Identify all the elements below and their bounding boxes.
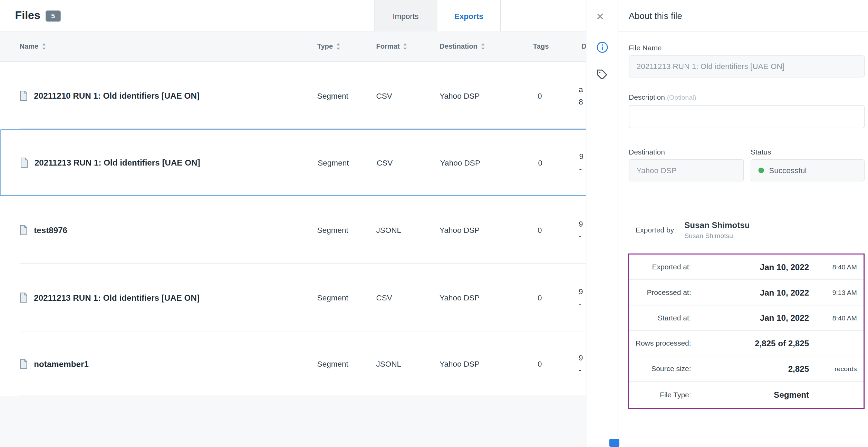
- description-label: Description (Optional): [629, 93, 696, 101]
- app-window: Files 5 Imports Exports Name Type Format…: [0, 0, 868, 447]
- file-format: CSV: [376, 293, 392, 302]
- file-icon: [19, 225, 28, 235]
- detail-extra: 8:40 AM: [811, 314, 857, 322]
- page-title: Files: [15, 9, 40, 22]
- exported-by-block: Exported by: Susan Shimotsu Susan Shimot…: [629, 220, 865, 239]
- status-value: Successful: [769, 166, 807, 175]
- file-tags-count: 0: [532, 293, 548, 302]
- status-field: Successful: [751, 159, 865, 181]
- file-name-cell: 20211213 RUN 1: Old identifiers [UAE ON]: [19, 292, 199, 303]
- exported-by-label: Exported by:: [629, 226, 684, 234]
- exported-by-name: Susan Shimotsu: [684, 220, 750, 229]
- sort-icon[interactable]: [336, 43, 341, 50]
- file-name: 20211213 RUN 1: Old identifiers [UAE ON]: [35, 158, 200, 167]
- column-header-tags: Tags: [533, 43, 549, 50]
- description-input[interactable]: [629, 105, 865, 128]
- file-name-cell: test8976: [19, 225, 67, 235]
- file-type: Segment: [317, 293, 348, 302]
- file-name: 20211213 RUN 1: Old identifiers [UAE ON]: [34, 293, 200, 302]
- file-name: notamember1: [34, 359, 89, 368]
- column-header-type[interactable]: Type: [317, 43, 341, 50]
- file-destination: Yahoo DSP: [440, 359, 480, 368]
- file-icon: [19, 292, 28, 303]
- detail-value: Segment: [691, 390, 811, 399]
- file-tags-count: 0: [532, 359, 548, 368]
- date-fragment: 9-: [579, 285, 587, 310]
- detail-row: Rows processed: 2,825 of 2,825: [629, 331, 864, 357]
- detail-label: Processed at:: [635, 288, 691, 297]
- status-dot-icon: [759, 168, 764, 173]
- file-destination: Yahoo DSP: [440, 226, 480, 235]
- column-header-format[interactable]: Format: [376, 43, 407, 50]
- detail-value: 2,825: [691, 364, 811, 374]
- sort-icon[interactable]: [403, 43, 407, 50]
- detail-label: File Type:: [635, 390, 691, 399]
- panel-rail: ✕: [587, 0, 618, 447]
- detail-row: File Type: Segment: [629, 382, 864, 407]
- details-highlight-box: Exported at: Jan 10, 2022 8:40 AM Proces…: [628, 254, 865, 409]
- file-destination: Yahoo DSP: [440, 158, 480, 167]
- file-format: JSONL: [376, 359, 401, 368]
- file-tags-count: 0: [532, 91, 548, 100]
- tab-exports[interactable]: Exports: [437, 0, 501, 31]
- detail-extra: 9:13 AM: [811, 289, 857, 296]
- detail-row: Exported at: Jan 10, 2022 8:40 AM: [629, 255, 864, 280]
- file-tags-count: 0: [532, 226, 548, 235]
- file-name-label: File Name: [629, 44, 662, 52]
- date-fragment: 9-: [579, 218, 587, 242]
- detail-value: Jan 10, 2022: [691, 262, 811, 271]
- destination-input[interactable]: [629, 159, 744, 181]
- tab-imports[interactable]: Imports: [374, 0, 437, 31]
- file-type: Segment: [317, 226, 348, 235]
- date-fragment: 9-: [579, 351, 587, 376]
- file-name: 20211210 RUN 1: Old identifiers [UAE ON]: [34, 91, 200, 100]
- file-name-input[interactable]: [629, 55, 865, 77]
- file-icon: [20, 157, 28, 168]
- detail-extra: 8:40 AM: [811, 263, 857, 271]
- detail-row: Source size: 2,825 records: [629, 357, 864, 382]
- exported-by-subtext: Susan Shimotsu: [684, 232, 750, 239]
- column-header-name[interactable]: Name: [19, 43, 46, 50]
- detail-label: Started at:: [635, 314, 691, 322]
- file-icon: [19, 358, 28, 369]
- detail-value: 2,825 of 2,825: [691, 339, 811, 348]
- file-format: CSV: [377, 158, 393, 167]
- detail-value: Jan 10, 2022: [691, 313, 811, 322]
- scroll-indicator[interactable]: [609, 439, 619, 447]
- destination-label: Destination: [629, 148, 665, 156]
- sort-icon[interactable]: [481, 43, 485, 50]
- file-name-cell: notamember1: [19, 358, 88, 369]
- detail-value: Jan 10, 2022: [691, 288, 811, 297]
- tag-icon[interactable]: [597, 69, 608, 82]
- sort-icon[interactable]: [42, 43, 46, 50]
- files-count-badge: 5: [46, 10, 60, 21]
- detail-label: Rows processed:: [635, 339, 691, 348]
- file-type: Segment: [317, 91, 348, 100]
- file-destination: Yahoo DSP: [440, 91, 480, 100]
- file-destination: Yahoo DSP: [440, 293, 480, 302]
- column-header-destination[interactable]: Destination: [440, 43, 485, 50]
- close-icon[interactable]: ✕: [596, 10, 604, 22]
- file-name-cell: 20211213 RUN 1: Old identifiers [UAE ON]: [20, 157, 200, 168]
- file-type: Segment: [318, 158, 349, 167]
- detail-label: Source size:: [635, 365, 691, 373]
- file-name-cell: 20211210 RUN 1: Old identifiers [UAE ON]: [19, 90, 199, 100]
- divider: [618, 31, 868, 32]
- file-format: CSV: [376, 91, 392, 100]
- info-icon[interactable]: [597, 41, 608, 55]
- detail-row: Started at: Jan 10, 2022 8:40 AM: [629, 306, 864, 331]
- optional-hint: (Optional): [667, 93, 696, 101]
- detail-label: Exported at:: [635, 263, 691, 271]
- file-type: Segment: [317, 359, 348, 368]
- file-name: test8976: [34, 226, 67, 235]
- detail-row: Processed at: Jan 10, 2022 9:13 AM: [629, 280, 864, 306]
- file-format: JSONL: [376, 226, 401, 235]
- file-tags-count: 0: [532, 158, 548, 167]
- file-detail-panel: ✕ About this file File Name Description …: [586, 0, 868, 447]
- panel-title: About this file: [629, 11, 682, 21]
- date-fragment: a8: [579, 83, 587, 108]
- file-icon: [19, 90, 28, 100]
- status-label: Status: [751, 148, 771, 156]
- detail-extra: records: [811, 365, 857, 372]
